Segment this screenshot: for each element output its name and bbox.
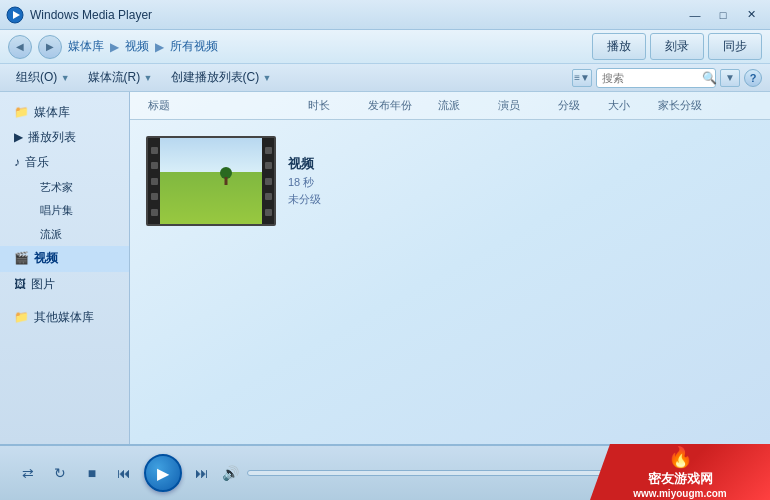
previous-button[interactable]: ⏮ — [112, 461, 136, 485]
col-parent-rating[interactable]: 家长分级 — [652, 96, 722, 115]
menubar: 组织(O) ▼ 媒体流(R) ▼ 创建播放列表(C) ▼ ≡▼ 🔍 ▼ ? — [0, 64, 770, 92]
breadcrumb-video[interactable]: 视频 — [125, 38, 149, 55]
library-icon: 📁 — [14, 103, 29, 122]
app-icon — [6, 6, 24, 24]
col-duration[interactable]: 时长 — [302, 96, 362, 115]
volume-icon[interactable]: 🔊 — [222, 465, 239, 481]
film-hole — [151, 193, 158, 200]
video-thumbnail — [146, 136, 276, 226]
stop-button[interactable]: ■ — [80, 461, 104, 485]
sidebar-item-playlist[interactable]: ▶ 播放列表 — [0, 125, 129, 150]
playlist-icon: ▶ — [14, 128, 23, 147]
sidebar-item-video[interactable]: 🎬 视频 — [0, 246, 129, 271]
music-icon: ♪ — [14, 153, 20, 172]
play-button[interactable]: 播放 — [592, 33, 646, 60]
film-hole — [265, 147, 272, 154]
search-input-wrap[interactable]: 🔍 — [596, 68, 716, 88]
shuffle-button[interactable]: ⇄ — [16, 461, 40, 485]
volume-control: 🔊 — [222, 465, 239, 481]
col-rating[interactable]: 分级 — [552, 96, 602, 115]
menu-create-playlist[interactable]: 创建播放列表(C) ▼ — [163, 66, 280, 89]
scene-sky — [160, 138, 262, 172]
content-area: 标题 时长 发布年份 流派 演员 分级 大小 家长分级 — [130, 92, 770, 444]
film-hole — [151, 209, 158, 216]
menu-stream[interactable]: 媒体流(R) ▼ — [80, 66, 161, 89]
video-info: 视频 18 秒 未分级 — [288, 155, 321, 207]
video-icon: 🎬 — [14, 249, 29, 268]
breadcrumb-sep-1: ▶ — [110, 40, 119, 54]
watermark-site-name: 密友游戏网 — [648, 470, 713, 488]
back-button[interactable]: ◀ — [8, 35, 32, 59]
video-rating: 未分级 — [288, 192, 321, 207]
breadcrumb-library[interactable]: 媒体库 — [68, 38, 104, 55]
main-area: 📁 媒体库 ▶ 播放列表 ♪ 音乐 艺术家 唱片集 流派 🎬 视频 — [0, 92, 770, 444]
scene-tree — [220, 167, 232, 185]
burn-button[interactable]: 刻录 — [650, 33, 704, 60]
sidebar-item-music[interactable]: ♪ 音乐 — [0, 150, 129, 175]
sidebar-item-genre[interactable]: 流派 — [22, 223, 129, 247]
film-hole — [265, 209, 272, 216]
menu-organize[interactable]: 组织(O) ▼ — [8, 66, 78, 89]
app-title: Windows Media Player — [30, 8, 680, 22]
titlebar: Windows Media Player — □ ✕ — [0, 0, 770, 30]
minimize-button[interactable]: — — [682, 6, 708, 24]
tree-trunk — [225, 177, 228, 185]
sidebar-item-pictures[interactable]: 🖼 图片 — [0, 272, 129, 297]
forward-button[interactable]: ▶ — [38, 35, 62, 59]
watermark: 🔥 密友游戏网 www.miyougm.com — [590, 444, 770, 500]
sidebar: 📁 媒体库 ▶ 播放列表 ♪ 音乐 艺术家 唱片集 流派 🎬 视频 — [0, 92, 130, 444]
close-button[interactable]: ✕ — [738, 6, 764, 24]
player-bar: ⇄ ↻ ■ ⏮ ▶ ⏭ 🔊 🔥 密友游戏网 www.miyougm.com — [0, 444, 770, 500]
breadcrumb-sep-2: ▶ — [155, 40, 164, 54]
sync-button[interactable]: 同步 — [708, 33, 762, 60]
watermark-url: www.miyougm.com — [633, 488, 727, 499]
sidebar-divider — [0, 297, 129, 305]
sidebar-item-library[interactable]: 📁 媒体库 — [0, 100, 129, 125]
search-icon[interactable]: 🔍 — [702, 71, 717, 85]
col-year[interactable]: 发布年份 — [362, 96, 432, 115]
film-strip-right — [262, 138, 274, 224]
film-hole — [265, 162, 272, 169]
play-pause-button[interactable]: ▶ — [144, 454, 182, 492]
pictures-icon: 🖼 — [14, 275, 26, 294]
col-actor[interactable]: 演员 — [492, 96, 552, 115]
search-options-button[interactable]: ▼ — [720, 69, 740, 87]
video-grid: 视频 18 秒 未分级 — [130, 120, 770, 242]
maximize-button[interactable]: □ — [710, 6, 736, 24]
col-genre[interactable]: 流派 — [432, 96, 492, 115]
film-hole — [151, 147, 158, 154]
film-hole — [265, 178, 272, 185]
video-duration: 18 秒 — [288, 175, 321, 190]
view-toggle-button[interactable]: ≡▼ — [572, 69, 592, 87]
help-button[interactable]: ? — [744, 69, 762, 87]
sidebar-item-artist[interactable]: 艺术家 — [22, 176, 129, 200]
repeat-button[interactable]: ↻ — [48, 461, 72, 485]
film-strip-left — [148, 138, 160, 224]
breadcrumb: 媒体库 ▶ 视频 ▶ 所有视频 — [68, 38, 218, 55]
scene-ground — [160, 172, 262, 224]
watermark-logo: 🔥 — [668, 445, 693, 469]
col-size[interactable]: 大小 — [602, 96, 652, 115]
column-headers: 标题 时长 发布年份 流派 演员 分级 大小 家长分级 — [130, 92, 770, 120]
navbar: ◀ ▶ 媒体库 ▶ 视频 ▶ 所有视频 播放 刻录 同步 — [0, 30, 770, 64]
other-libraries-icon: 📁 — [14, 308, 29, 327]
breadcrumb-all-videos[interactable]: 所有视频 — [170, 38, 218, 55]
sidebar-group-music: 艺术家 唱片集 流派 — [0, 176, 129, 247]
sidebar-item-album[interactable]: 唱片集 — [22, 199, 129, 223]
col-title[interactable]: 标题 — [142, 96, 302, 115]
video-title: 视频 — [288, 155, 321, 173]
film-hole — [265, 193, 272, 200]
film-hole — [151, 162, 158, 169]
search-bar: ≡▼ 🔍 ▼ ? — [572, 68, 762, 88]
film-hole — [151, 178, 158, 185]
list-item[interactable]: 视频 18 秒 未分级 — [146, 136, 321, 226]
search-input[interactable] — [602, 72, 702, 84]
video-scene — [160, 138, 262, 224]
sidebar-item-other-libraries[interactable]: 📁 其他媒体库 — [0, 305, 129, 330]
next-button[interactable]: ⏭ — [190, 461, 214, 485]
right-buttons: 播放 刻录 同步 — [592, 33, 762, 60]
